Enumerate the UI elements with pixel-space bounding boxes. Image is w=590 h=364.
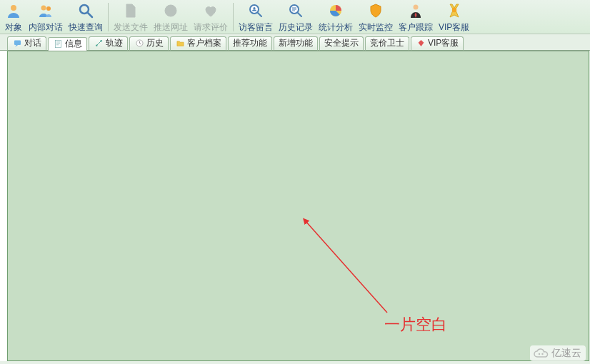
svg-rect-15	[55, 40, 61, 47]
history-button[interactable]: 历史记录	[276, 0, 316, 34]
realtime-label: 实时监控	[359, 21, 393, 34]
diamond-icon	[416, 39, 426, 49]
push-url-button: 推送网址	[151, 0, 191, 34]
tab-vip-service-tab-label: VIP客服	[428, 37, 459, 49]
send-file-button: 发送文件	[111, 0, 151, 34]
svg-point-12	[414, 5, 419, 10]
tab-strip: 对话信息轨迹历史客户档案推荐功能新增功能安全提示竞价卫士VIP客服	[0, 34, 590, 51]
tab-security-tips[interactable]: 安全提示	[319, 36, 364, 51]
main-toolbar: 对象内部对话快速查询发送文件推送网址请求评价访客留言历史记录统计分析实时监控客户…	[0, 0, 590, 34]
request-rating-label: 请求评价	[194, 21, 228, 34]
tab-recommend[interactable]: 推荐功能	[228, 36, 272, 51]
push-url-label: 推送网址	[154, 21, 188, 34]
svg-rect-14	[14, 41, 20, 46]
toolbar-group: 访客留言历史记录统计分析实时监控客户跟踪VIP客服	[236, 0, 472, 34]
tab-vip-service-tab[interactable]: VIP客服	[411, 36, 464, 51]
file-icon	[121, 1, 140, 20]
medal-icon	[445, 1, 464, 20]
tab-new-feature[interactable]: 新增功能	[274, 36, 318, 51]
vip-service-button[interactable]: VIP客服	[436, 0, 472, 34]
path-icon	[94, 39, 104, 49]
svg-point-2	[46, 6, 51, 11]
globe-icon	[161, 1, 180, 20]
tab-info-label: 信息	[65, 38, 82, 50]
object-button[interactable]: 对象	[1, 0, 26, 34]
svg-point-7	[253, 7, 255, 9]
toolbar-separator	[108, 3, 109, 31]
tab-history[interactable]: 历史	[129, 36, 169, 51]
internal-chat-label: 内部对话	[29, 21, 63, 34]
svg-line-10	[298, 13, 301, 16]
clock-icon	[134, 39, 144, 49]
svg-point-1	[41, 6, 46, 11]
info-content-pane	[7, 51, 589, 361]
internal-chat-button[interactable]: 内部对话	[26, 0, 66, 34]
send-file-label: 发送文件	[114, 21, 148, 34]
tab-dialog[interactable]: 对话	[7, 36, 46, 51]
svg-point-0	[11, 5, 16, 11]
stats-button[interactable]: 统计分析	[316, 0, 356, 34]
annotation-text: 一片空白	[384, 314, 447, 335]
heart-icon	[201, 1, 220, 20]
tab-trace[interactable]: 轨迹	[89, 36, 128, 51]
svg-line-8	[258, 13, 261, 16]
watermark-text: 亿速云	[551, 347, 581, 360]
cloud-icon	[533, 348, 549, 359]
tab-dialog-label: 对话	[24, 37, 41, 49]
visitor-msg-label: 访客留言	[239, 21, 273, 34]
tab-bid-guard-label: 竞价卫士	[370, 37, 404, 49]
svg-point-21	[541, 353, 543, 355]
stats-label: 统计分析	[319, 21, 353, 34]
folder-icon	[175, 39, 185, 49]
magnifier-icon	[76, 1, 95, 20]
tab-history-label: 历史	[146, 37, 164, 49]
person-icon	[4, 1, 23, 20]
pie-icon	[326, 1, 345, 20]
svg-point-13	[451, 8, 456, 12]
search-doc-icon	[286, 1, 305, 20]
realtime-button[interactable]: 实时监控	[356, 0, 396, 34]
customer-track-button[interactable]: 客户跟踪	[396, 0, 436, 34]
tab-customer-file-label: 客户档案	[187, 37, 221, 49]
svg-line-4	[88, 13, 92, 17]
visitor-msg-button[interactable]: 访客留言	[236, 0, 276, 34]
tab-security-tips-label: 安全提示	[324, 37, 359, 49]
tab-bid-guard[interactable]: 竞价卫士	[365, 36, 409, 51]
tab-info[interactable]: 信息	[48, 37, 87, 51]
quick-search-button[interactable]: 快速查询	[66, 0, 106, 34]
shield-icon	[366, 1, 385, 20]
tab-customer-file[interactable]: 客户档案	[170, 36, 226, 51]
watermark: 亿速云	[530, 345, 586, 361]
history-label: 历史记录	[279, 21, 313, 34]
toolbar-group: 发送文件推送网址请求评价	[111, 0, 231, 34]
left-gutter	[0, 51, 7, 361]
people-icon	[36, 1, 55, 20]
vip-service-label: VIP客服	[439, 21, 469, 34]
suit-icon	[406, 1, 425, 20]
quick-search-label: 快速查询	[69, 21, 103, 34]
toolbar-group: 对象内部对话快速查询	[1, 0, 106, 34]
doc-icon	[53, 39, 63, 49]
search-person-icon	[246, 1, 265, 20]
tab-recommend-label: 推荐功能	[233, 37, 267, 49]
request-rating-button: 请求评价	[191, 0, 231, 34]
object-label: 对象	[5, 21, 22, 34]
svg-point-20	[539, 353, 540, 355]
chat-icon	[12, 39, 22, 49]
tab-new-feature-label: 新增功能	[279, 37, 313, 49]
tab-trace-label: 轨迹	[106, 37, 123, 49]
customer-track-label: 客户跟踪	[399, 21, 433, 34]
toolbar-separator	[233, 3, 234, 31]
